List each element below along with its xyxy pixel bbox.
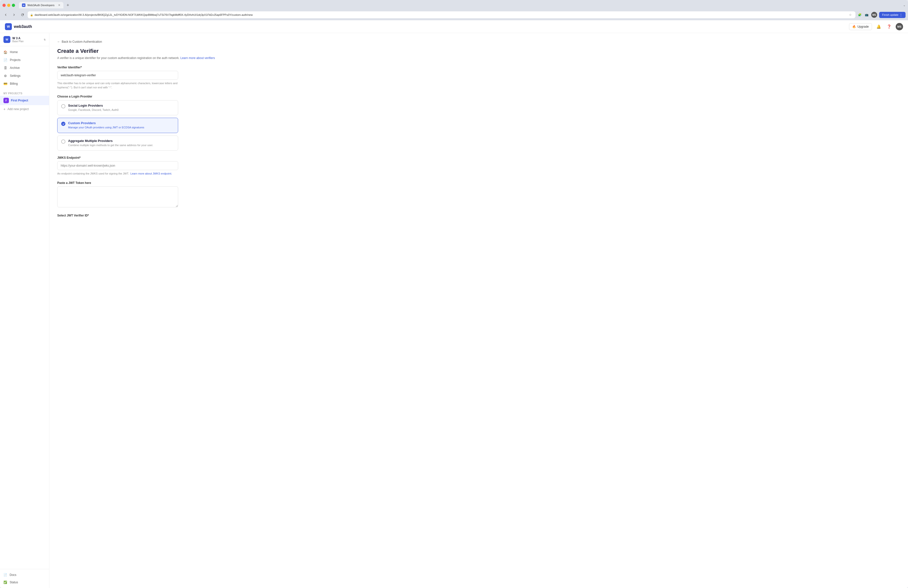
provider-card-social[interactable]: Social Login Providers Google, Facebook,… [57, 100, 178, 115]
close-button[interactable] [2, 4, 6, 7]
back-nav-button[interactable] [2, 11, 9, 18]
back-link[interactable]: ← Back to Custom Authentication [57, 40, 900, 43]
jwks-hint: An endpoint containing the JWKS used for… [57, 172, 178, 176]
project-avatar: F [3, 98, 9, 103]
fullscreen-button[interactable] [12, 4, 15, 7]
sidebar-item-projects[interactable]: 📄 Projects [0, 56, 49, 64]
check-custom-icon [61, 122, 65, 126]
billing-icon: 💳 [3, 82, 7, 85]
add-icon: + [3, 107, 5, 111]
jwt-token-input[interactable] [57, 186, 178, 207]
verifier-identifier-label: Verifier Identifier* [57, 66, 900, 69]
profile-avatar[interactable]: MS [871, 12, 877, 18]
org-name: W 3 A [12, 37, 42, 40]
my-projects-label: My Projects [0, 90, 49, 96]
new-tab-button[interactable]: + [65, 2, 71, 8]
login-provider-label: Choose a Login Provider [57, 95, 900, 98]
app-logo: W web3auth [5, 23, 849, 30]
status-icon: ✅ [3, 581, 7, 584]
sidebar-item-status[interactable]: ✅ Status [0, 578, 49, 586]
home-icon: 🏠 [3, 50, 7, 54]
traffic-lights[interactable] [2, 4, 15, 7]
provider-social-title: Social Login Providers [68, 104, 174, 107]
docs-icon: 📄 [3, 573, 7, 577]
notifications-button[interactable]: 🔔 [875, 23, 882, 31]
select-jwt-label: Select JWT Verifier ID* [57, 214, 900, 217]
tab-close-icon[interactable]: ✕ [58, 3, 60, 7]
page-title: Create a Verifier [57, 48, 900, 54]
tab-favicon: W [22, 3, 26, 7]
jwks-endpoint-input[interactable] [57, 161, 178, 170]
provider-cards: Social Login Providers Google, Facebook,… [57, 100, 178, 151]
provider-aggregate-title: Aggregate Multiple Providers [68, 139, 174, 143]
sidebar-item-docs[interactable]: 📄 Docs [0, 571, 49, 578]
jwt-token-section: Paste a JWT Token here [57, 181, 900, 208]
org-plan: Base Plan [12, 40, 42, 43]
sidebar-nav: 🏠 Home 📄 Projects 🗄 Archive ⚙ Settings 💳 [0, 46, 49, 90]
page-subtitle: A verifier is a unique identifier for yo… [57, 56, 900, 60]
logo-text: web3auth [14, 24, 32, 29]
jwks-section: JWKS Endpoint* An endpoint containing th… [57, 156, 900, 217]
extension-icon[interactable]: 🧩 [857, 12, 862, 17]
provider-social-desc: Google, Facebook, Discord, Twitch, Auth0 [68, 108, 174, 112]
logo-icon: W [5, 23, 12, 30]
select-jwt-section: Select JWT Verifier ID* [57, 214, 900, 217]
tab-expand-icon[interactable]: ⌄ [903, 3, 906, 7]
cast-icon[interactable]: 📺 [865, 12, 869, 17]
jwt-token-label: Paste a JWT Token here [57, 181, 900, 185]
sidebar-item-first-project[interactable]: F First Project [0, 96, 49, 105]
sidebar-bottom: 📄 Docs ✅ Status [0, 569, 49, 588]
user-avatar[interactable]: MS [896, 23, 903, 31]
verifier-identifier-section: Verifier Identifier* This identifier has… [57, 66, 900, 89]
add-new-project[interactable]: + Add new project [0, 105, 49, 113]
sidebar: W W 3 A Base Plan ⇅ 🏠 Home 📄 Projects [0, 33, 49, 588]
learn-more-jwks-link[interactable]: Learn more about JWKS endpoint. [130, 172, 172, 175]
help-button[interactable]: ❓ [885, 23, 893, 31]
lock-icon: 🔒 [30, 14, 33, 16]
upgrade-button[interactable]: 🔥 Upgrade [849, 23, 872, 30]
learn-more-verifiers-link[interactable]: Learn more about verifiers [180, 56, 215, 60]
settings-icon: ⚙ [3, 74, 7, 78]
provider-custom-title: Custom Providers [68, 121, 174, 125]
projects-icon: 📄 [3, 58, 7, 62]
verifier-identifier-hint: This identifier has to be unique and can… [57, 81, 178, 89]
back-arrow-icon: ← [57, 40, 60, 43]
archive-icon: 🗄 [3, 66, 7, 70]
app-header: W web3auth 🔥 Upgrade 🔔 ❓ MS [0, 20, 908, 33]
sidebar-item-archive[interactable]: 🗄 Archive [0, 64, 49, 72]
provider-aggregate-desc: Combine multiple login methods to get th… [68, 143, 174, 147]
bookmark-icon[interactable]: ☆ [848, 12, 853, 17]
login-provider-section: Choose a Login Provider Social Login Pro… [57, 95, 900, 151]
sidebar-item-settings[interactable]: ⚙ Settings [0, 72, 49, 80]
url-text: dashboard.web3auth.io/organization/W-3-A… [35, 13, 847, 16]
tab-title: Web3Auth Developers [27, 4, 56, 6]
jwks-endpoint-label: JWKS Endpoint* [57, 156, 900, 159]
org-chevron-icon: ⇅ [43, 38, 46, 41]
browser-tab[interactable]: W Web3Auth Developers ✕ [19, 2, 63, 8]
minimize-button[interactable] [7, 4, 10, 7]
address-bar[interactable]: 🔒 dashboard.web3auth.io/organization/W-3… [27, 11, 855, 18]
jwks-endpoint-section: JWKS Endpoint* An endpoint containing th… [57, 156, 900, 176]
radio-aggregate [61, 140, 65, 144]
main-content: ← Back to Custom Authentication Create a… [49, 33, 908, 588]
provider-custom-desc: Manage your OAuth providers using JWT or… [68, 126, 174, 129]
org-header[interactable]: W W 3 A Base Plan ⇅ [0, 33, 49, 46]
provider-card-custom[interactable]: Custom Providers Manage your OAuth provi… [57, 118, 178, 133]
provider-card-aggregate[interactable]: Aggregate Multiple Providers Combine mul… [57, 135, 178, 151]
fire-icon: 🔥 [852, 25, 856, 28]
address-bar-row: 🔒 dashboard.web3auth.io/organization/W-3… [0, 10, 908, 20]
finish-update-menu-icon: ⋮ [899, 13, 903, 17]
finish-update-button[interactable]: Finish update ⋮ [879, 12, 906, 18]
radio-social [61, 104, 65, 108]
verifier-identifier-input[interactable] [57, 71, 178, 80]
forward-nav-button[interactable] [11, 11, 17, 18]
org-avatar: W [3, 36, 10, 43]
sidebar-item-billing[interactable]: 💳 Billing [0, 80, 49, 88]
sidebar-item-home[interactable]: 🏠 Home [0, 48, 49, 56]
reload-button[interactable] [19, 11, 26, 18]
